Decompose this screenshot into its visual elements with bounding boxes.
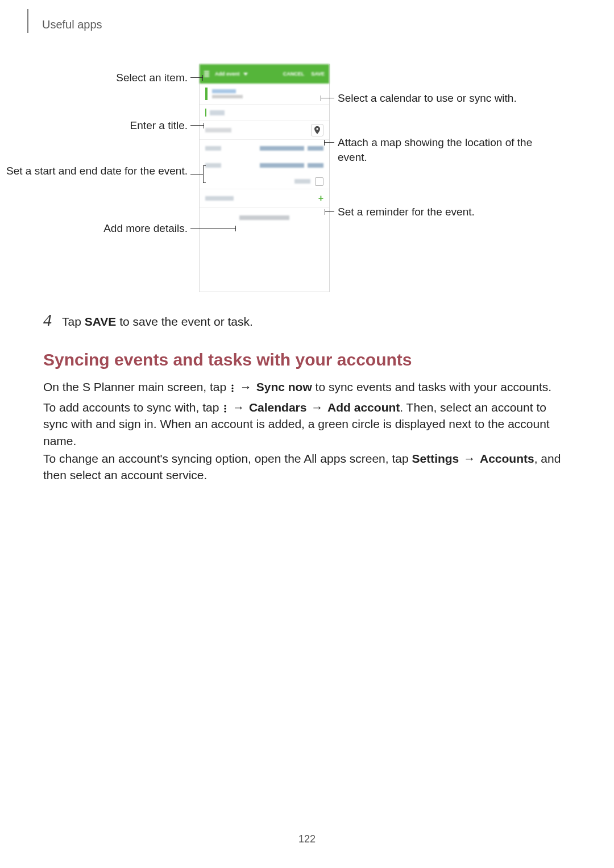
svg-point-6 [225, 408, 226, 409]
paragraph-add-account: To add accounts to sync with, tap → Cale… [43, 399, 571, 449]
title-field [200, 105, 329, 121]
callout-add-details: Add more details. [0, 221, 188, 236]
leader-line [321, 98, 334, 98]
more-options-row [200, 208, 329, 227]
dropdown-caret-icon [243, 73, 248, 76]
section-header: Useful apps [42, 18, 102, 31]
callout-select-item: Select an item. [0, 70, 188, 85]
calendar-color-bar [205, 88, 208, 100]
save-button: SAVE [311, 71, 325, 77]
location-row [200, 121, 329, 140]
cancel-button: CANCEL [283, 71, 305, 77]
svg-point-4 [231, 390, 233, 392]
add-event-label: Add event [215, 71, 240, 77]
page: Useful apps Add event CANCEL SAVE [0, 0, 614, 868]
leader-line [190, 174, 203, 175]
paragraph-change-sync: To change an account's syncing option, o… [43, 450, 571, 484]
end-date-row [200, 157, 329, 174]
more-options-icon [231, 384, 234, 392]
leader-bracket [203, 165, 204, 182]
paragraph-sync-now: On the S Planner main screen, tap → Sync… [43, 379, 571, 395]
add-reminder-icon: + [318, 194, 323, 203]
add-event-topbar: Add event CANCEL SAVE [200, 64, 329, 84]
callout-set-reminder: Set a reminder for the event. [338, 205, 542, 219]
callout-set-dates: Set a start and end date for the event. [0, 164, 188, 178]
reminder-row: + [200, 189, 329, 208]
all-day-row [200, 174, 329, 189]
start-date-row [200, 140, 329, 157]
svg-point-2 [231, 384, 233, 386]
leader-line [325, 211, 334, 212]
leader-line [324, 142, 334, 143]
leader-line [203, 165, 206, 166]
step-number: 4 [43, 312, 52, 329]
all-day-checkbox [315, 177, 323, 186]
subsection-heading: Syncing events and tasks with your accou… [43, 350, 412, 369]
page-number: 122 [0, 833, 614, 845]
svg-point-1 [316, 128, 318, 130]
svg-point-3 [231, 387, 233, 389]
step-4: 4 Tap SAVE to save the event or task. [43, 312, 253, 329]
leader-line [190, 125, 204, 126]
drawer-icon [204, 71, 209, 77]
map-pin-button [311, 124, 323, 136]
text-cursor [205, 109, 206, 117]
figure: Add event CANCEL SAVE [0, 63, 614, 296]
svg-point-7 [225, 410, 226, 412]
svg-point-5 [225, 405, 226, 406]
callout-attach-map: Attach a map showing the location of the… [338, 135, 542, 164]
header-rule [27, 9, 28, 33]
map-pin-icon [314, 126, 320, 134]
leader-line [190, 228, 236, 229]
leader-line [203, 182, 206, 183]
leader-line [190, 77, 203, 78]
svg-marker-0 [243, 73, 248, 76]
more-options-icon [224, 405, 226, 413]
callout-enter-title: Enter a title. [0, 118, 188, 133]
step-text: Tap SAVE to save the event or task. [62, 315, 253, 329]
calendar-select-row [200, 84, 329, 105]
callout-select-calendar: Select a calendar to use or sync with. [338, 91, 542, 106]
phone-screenshot: Add event CANCEL SAVE [199, 64, 330, 292]
